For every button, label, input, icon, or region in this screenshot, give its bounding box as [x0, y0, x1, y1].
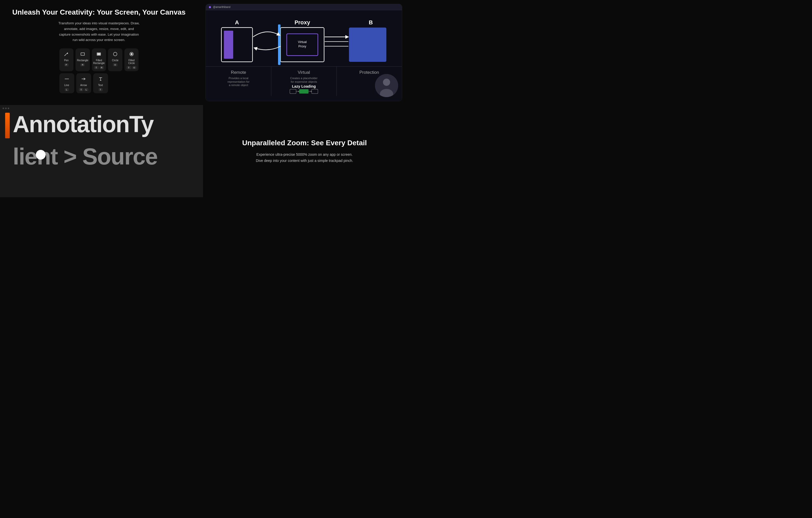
- svg-point-3: [113, 52, 117, 56]
- line-key: L: [65, 88, 69, 91]
- svg-rect-36: [299, 89, 309, 93]
- rectangle-key: R: [80, 63, 85, 66]
- svg-point-5: [130, 53, 133, 55]
- rectangle-icon: [80, 52, 85, 57]
- svg-text:a remote object: a remote object: [229, 83, 248, 87]
- text-label: Text: [98, 84, 103, 87]
- line-shortcuts: L: [65, 88, 69, 91]
- svg-point-41: [383, 79, 390, 86]
- tool-rectangle[interactable]: Rectangle R: [76, 48, 90, 71]
- arrow-shift: ⇧: [79, 88, 84, 91]
- zoom-screenshot: AnnotationTy lient > Source: [0, 105, 203, 197]
- zoom-dot-cursor: [36, 150, 46, 160]
- avatar-section: [371, 70, 402, 101]
- purple-dot: [209, 6, 211, 8]
- text-key: T: [98, 88, 103, 91]
- line-icon: [64, 76, 69, 82]
- svg-text:Provides a local: Provides a local: [229, 77, 248, 80]
- video-inner: @amarithiband A Proxy B: [206, 4, 402, 101]
- arrow-icon: [81, 76, 86, 82]
- avatar: [375, 74, 398, 97]
- topbar-label: @amarithiband: [213, 6, 230, 8]
- zoom-feature-description: Experience ultra-precise 5000% zoom on a…: [256, 152, 353, 164]
- tool-line[interactable]: Line L: [59, 73, 74, 93]
- bottom-right-section: Unparalleled Zoom: See Every Detail Expe…: [203, 105, 406, 197]
- filled-rectangle-shortcuts: ⇧ R: [94, 66, 104, 69]
- filled-rectangle-label: Filled Rectangle: [93, 59, 105, 64]
- svg-text:for expensive objects: for expensive objects: [291, 80, 317, 83]
- svg-text:B: B: [369, 19, 373, 26]
- filled-circle-shift: ⇧: [126, 66, 131, 69]
- arrow-l: L: [84, 88, 88, 91]
- filled-rectangle-icon: [96, 52, 102, 57]
- svg-text:Creates a placeholder: Creates a placeholder: [290, 77, 317, 80]
- svg-text:representation for: representation for: [228, 80, 250, 83]
- tools-row-1: Pen P Rectangle R: [59, 48, 139, 71]
- tool-arrow[interactable]: Arrow ⇧ L: [76, 73, 91, 93]
- top-right-section: @amarithiband A Proxy B: [203, 0, 406, 105]
- text-icon: [98, 76, 103, 82]
- svg-rect-0: [81, 53, 85, 55]
- tool-filled-circle[interactable]: Filled Circle ⇧ O: [124, 48, 139, 71]
- rectangle-label: Rectangle: [77, 59, 88, 62]
- corner-dots: [3, 108, 9, 109]
- filled-rect-r: R: [99, 66, 104, 69]
- line-label: Line: [64, 84, 69, 87]
- arrow-shortcuts: ⇧ L: [79, 88, 89, 91]
- arrow-label: Arrow: [80, 84, 87, 87]
- svg-text:Lazy Loading: Lazy Loading: [292, 84, 316, 88]
- svg-rect-2: [97, 53, 100, 55]
- orange-accent: [5, 113, 10, 138]
- filled-circle-label: Filled Circle: [126, 59, 137, 64]
- svg-text:Virtual: Virtual: [298, 40, 307, 44]
- svg-text:Remote: Remote: [231, 70, 246, 75]
- filled-rect-shift: ⇧: [94, 66, 99, 69]
- tools-row-2: Line L Arrow ⇧: [59, 73, 108, 93]
- pen-shortcuts: P: [64, 63, 68, 66]
- tool-filled-rectangle[interactable]: Filled Rectangle ⇧ R: [92, 48, 106, 71]
- svg-rect-22: [278, 24, 281, 65]
- circle-label: Circle: [112, 59, 118, 62]
- tool-text[interactable]: Text T: [93, 73, 108, 93]
- circle-key: O: [113, 63, 117, 66]
- main-subtitle: Transform your ideas into visual masterp…: [58, 21, 140, 43]
- svg-rect-16: [224, 31, 233, 59]
- avatar-image: [375, 74, 398, 97]
- text-shortcuts: T: [98, 88, 103, 91]
- pen-icon: [64, 52, 69, 57]
- pen-key: P: [64, 63, 68, 66]
- svg-text:Proxy: Proxy: [295, 19, 311, 26]
- circle-shortcuts: O: [113, 63, 117, 66]
- zoom-text-wrapper: AnnotationTy lient > Source: [13, 113, 198, 170]
- pen-label: Pen: [64, 59, 68, 62]
- tool-circle[interactable]: Circle O: [108, 48, 122, 71]
- tools-wrapper: Pen P Rectangle R: [59, 48, 139, 93]
- filled-circle-shortcuts: ⇧ O: [126, 66, 137, 69]
- circle-icon: [113, 52, 118, 57]
- top-left-section: Unleash Your Creativity: Your Screen, Yo…: [0, 0, 203, 105]
- filled-circle-o: O: [132, 66, 137, 69]
- zoom-feature-title: Unparalleled Zoom: See Every Detail: [242, 138, 367, 147]
- corner-dot-3: [8, 108, 9, 109]
- svg-rect-21: [349, 28, 386, 62]
- video-container: @amarithiband A Proxy B: [206, 4, 402, 101]
- tool-pen[interactable]: Pen P: [59, 48, 74, 71]
- svg-text:Proxy: Proxy: [298, 45, 307, 48]
- video-topbar: @amarithiband: [206, 4, 402, 10]
- corner-dot-1: [3, 108, 4, 109]
- zoom-text-top: AnnotationTy: [13, 113, 198, 136]
- bottom-left-section: AnnotationTy lient > Source: [0, 105, 203, 197]
- rectangle-shortcuts: R: [80, 63, 85, 66]
- corner-dot-2: [5, 108, 7, 109]
- filled-circle-icon: [129, 52, 134, 57]
- svg-text:A: A: [235, 19, 239, 26]
- svg-text:Virtual: Virtual: [298, 70, 310, 75]
- main-title: Unleash Your Creativity: Your Screen, Yo…: [12, 8, 185, 17]
